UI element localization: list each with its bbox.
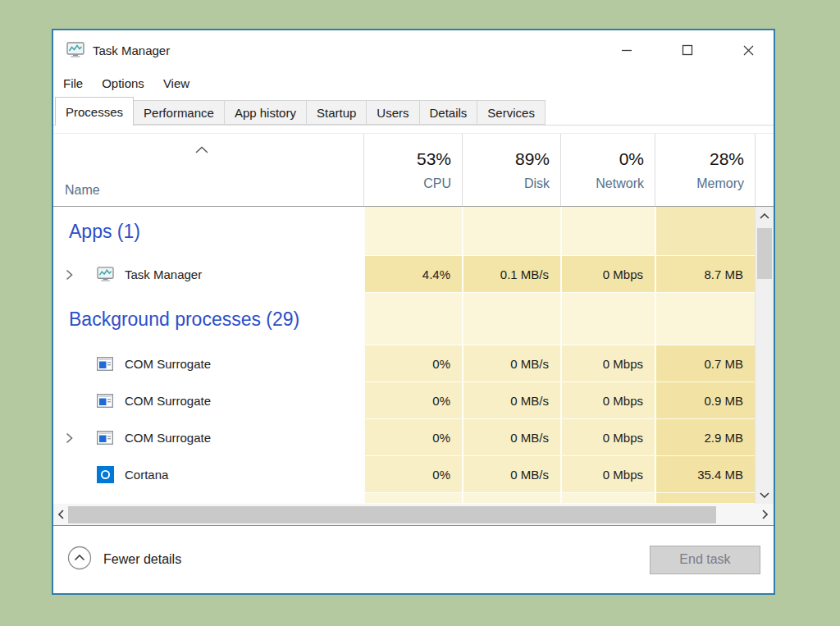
menu-file[interactable]: File (63, 74, 92, 93)
cpu-total-percent: 53% (417, 149, 451, 169)
process-name: COM Surrogate (125, 357, 211, 371)
tab-performance[interactable]: Performance (133, 100, 225, 125)
disk-cell: 0 MB/s (462, 382, 560, 419)
footer-bar: Fewer details End task (53, 526, 774, 593)
cpu-cell (363, 293, 462, 345)
partial-row (53, 493, 755, 504)
network-cell: 0 Mbps (560, 419, 655, 456)
scroll-down-icon[interactable] (756, 486, 774, 504)
network-total-percent: 0% (619, 149, 644, 169)
process-rows: Apps (1) (53, 207, 755, 504)
column-header-cpu[interactable]: 53% CPU (363, 134, 462, 206)
com-surrogate-icon (95, 394, 115, 408)
group-row-apps[interactable]: Apps (1) (53, 207, 755, 256)
table-row-com-surrogate-1[interactable]: COM Surrogate 0% 0 MB/s 0 Mbps 0.7 MB (53, 345, 755, 382)
disk-cell: 0 MB/s (462, 456, 560, 493)
disk-cell (462, 293, 560, 345)
task-manager-app-icon (66, 42, 84, 58)
window-controls (580, 38, 762, 62)
fewer-details-toggle[interactable]: Fewer details (67, 546, 181, 573)
network-column-label: Network (596, 176, 644, 191)
menu-bar: File Options View (53, 70, 774, 96)
memory-cell: 35.4 MB (655, 456, 755, 493)
minimize-icon[interactable] (613, 38, 641, 62)
disk-cell (462, 207, 560, 256)
expand-chevron-icon[interactable] (66, 269, 82, 281)
scroll-right-icon[interactable] (757, 504, 772, 525)
expand-chevron-icon[interactable] (66, 432, 82, 444)
header-scrollbar-corner (755, 134, 774, 206)
disk-cell: 0 MB/s (462, 345, 560, 382)
task-manager-window: Task Manager File Options View Processes… (52, 29, 775, 595)
column-header-disk[interactable]: 89% Disk (462, 134, 560, 206)
fewer-details-label: Fewer details (103, 552, 181, 567)
tab-processes[interactable]: Processes (55, 97, 134, 126)
process-table: Apps (1) (53, 207, 774, 504)
tab-services[interactable]: Services (477, 100, 546, 125)
horizontal-scroll-thumb[interactable] (68, 506, 716, 523)
table-row-com-surrogate-2[interactable]: COM Surrogate 0% 0 MB/s 0 Mbps 0.9 MB (53, 382, 755, 419)
tab-startup[interactable]: Startup (306, 100, 367, 125)
close-icon[interactable] (734, 38, 762, 62)
com-surrogate-icon (95, 357, 115, 371)
column-header-row: Name 53% CPU 89% Disk 0% Network 28% Mem… (53, 133, 774, 207)
com-surrogate-icon (95, 431, 115, 445)
column-header-memory[interactable]: 28% Memory (655, 134, 755, 206)
cpu-cell: 0% (363, 382, 462, 419)
memory-cell: 0.7 MB (655, 345, 755, 382)
tab-users[interactable]: Users (366, 100, 419, 125)
process-name: COM Surrogate (125, 431, 211, 445)
network-cell: 0 Mbps (560, 456, 655, 493)
network-cell (560, 207, 655, 256)
menu-options[interactable]: Options (102, 74, 153, 93)
cpu-cell: 4.4% (363, 256, 462, 293)
column-header-name[interactable]: Name (53, 134, 363, 206)
maximize-icon[interactable] (673, 38, 701, 62)
memory-cell: 8.7 MB (655, 256, 755, 293)
table-row-cortana[interactable]: Cortana 0% 0 MB/s 0 Mbps 35.4 MB (53, 456, 755, 493)
memory-total-percent: 28% (710, 149, 744, 169)
tab-bar: Processes Performance App history Startu… (53, 96, 774, 126)
network-cell: 0 Mbps (560, 382, 655, 419)
disk-cell: 0 MB/s (462, 419, 560, 456)
end-task-button[interactable]: End task (650, 546, 760, 574)
cortana-icon (95, 466, 115, 483)
horizontal-scrollbar[interactable] (53, 504, 774, 526)
group-label: Background processes (29) (66, 308, 299, 331)
memory-cell: 0.9 MB (655, 382, 755, 419)
circle-chevron-up-icon (67, 546, 92, 573)
network-cell: 0 Mbps (560, 345, 655, 382)
network-cell (560, 293, 655, 345)
disk-cell: 0.1 MB/s (462, 256, 560, 293)
vertical-scroll-thumb[interactable] (757, 228, 772, 279)
table-row-task-manager[interactable]: Task Manager 4.4% 0.1 MB/s 0 Mbps 8.7 MB (53, 256, 755, 293)
cpu-cell: 0% (363, 419, 462, 456)
task-manager-icon (95, 267, 115, 282)
memory-column-label: Memory (696, 176, 744, 191)
tab-details[interactable]: Details (419, 100, 478, 125)
scroll-up-icon[interactable] (756, 207, 774, 225)
disk-total-percent: 89% (515, 149, 550, 169)
memory-cell: 2.9 MB (655, 419, 755, 456)
process-name: COM Surrogate (125, 394, 211, 408)
cpu-column-label: CPU (423, 176, 451, 191)
scroll-left-icon[interactable] (53, 504, 68, 525)
sort-chevron-up-icon (194, 142, 209, 157)
title-bar: Task Manager (53, 30, 774, 70)
window-title: Task Manager (93, 43, 170, 57)
tab-app-history[interactable]: App history (224, 100, 307, 125)
disk-column-label: Disk (524, 176, 550, 191)
group-row-background[interactable]: Background processes (29) (53, 293, 755, 345)
process-name: Cortana (125, 468, 168, 482)
cpu-cell: 0% (363, 345, 462, 382)
cpu-cell (363, 207, 462, 256)
table-row-com-surrogate-3[interactable]: COM Surrogate 0% 0 MB/s 0 Mbps 2.9 MB (53, 419, 755, 456)
memory-cell (655, 293, 755, 345)
network-cell: 0 Mbps (560, 256, 655, 293)
memory-cell (655, 207, 755, 256)
cpu-cell: 0% (363, 456, 462, 493)
menu-view[interactable]: View (163, 74, 199, 93)
vertical-scrollbar[interactable] (755, 207, 774, 504)
group-label: Apps (1) (66, 221, 140, 243)
column-header-network[interactable]: 0% Network (560, 134, 655, 206)
